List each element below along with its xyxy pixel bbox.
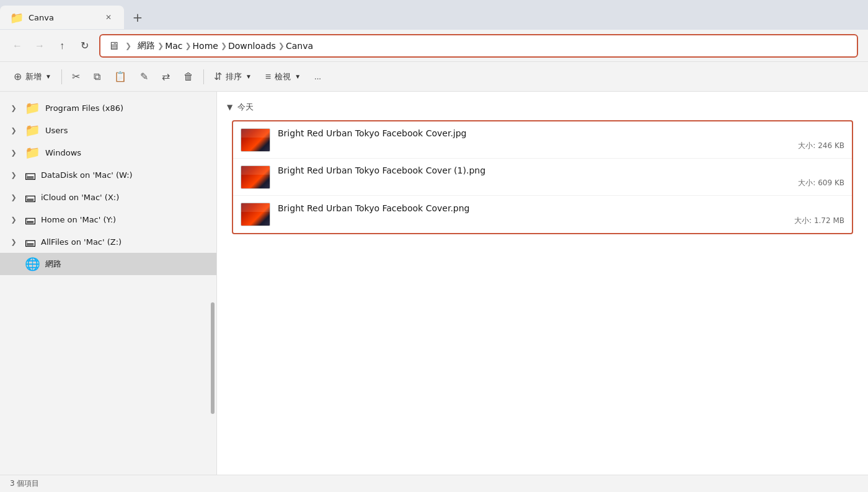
address-box[interactable]: 🖥 ❯ 網路 ❯ Mac ❯ Home ❯ Downloads ❯ Canva	[99, 34, 858, 58]
folder-icon-windows: 📁	[25, 145, 40, 160]
back-icon: ←	[12, 40, 22, 51]
thumb-image-1	[241, 165, 270, 189]
file-size-value-1: 609 KB	[818, 178, 844, 187]
file-name-2: Bright Red Urban Tokyo Facebook Cover.pn…	[278, 203, 844, 213]
breadcrumb-sep-3: ❯	[278, 42, 285, 50]
folder-icon-users: 📁	[25, 123, 40, 138]
breadcrumb-mac[interactable]: Mac ❯	[165, 41, 191, 51]
content-area: ▼ 今天 Bright Red Urban Tokyo Facebook Cov…	[217, 92, 868, 475]
tab-bar: 📁 Canva ✕ +	[0, 0, 868, 30]
expand-icon-home-mac: ❯	[7, 213, 20, 226]
breadcrumb-sep-1: ❯	[185, 42, 191, 50]
sort-chevron-icon: ▼	[246, 73, 252, 80]
sidebar-item-home-mac[interactable]: ❯ 🖴 Home on 'Mac' (Y:)	[0, 208, 216, 231]
cut-button[interactable]: ✂	[66, 67, 86, 86]
sort-icon: ⇵	[214, 71, 222, 82]
file-thumb-2	[241, 202, 270, 227]
file-size-label-2: 大小:	[794, 216, 812, 225]
paste-button[interactable]: 📋	[108, 67, 133, 86]
address-expand-icon: ❯	[125, 42, 131, 50]
sidebar-item-users[interactable]: ❯ 📁 Users	[0, 119, 216, 141]
sidebar-item-network[interactable]: 🌐 網路	[0, 253, 216, 275]
sort-label: 排序	[226, 71, 242, 82]
monitor-icon: 🖥	[108, 39, 119, 52]
main-content: ❯ 📁 Program Files (x86) ❯ 📁 Users ❯ 📁 Wi…	[0, 92, 868, 475]
sidebar-item-datadisk[interactable]: ❯ 🖴 DataDisk on 'Mac' (W:)	[0, 164, 216, 186]
refresh-button[interactable]: ↻	[74, 36, 94, 56]
file-list-highlight: Bright Red Urban Tokyo Facebook Cover.jp…	[232, 120, 853, 234]
new-chevron-icon: ▼	[45, 73, 51, 80]
expand-icon-icloud: ❯	[7, 191, 20, 203]
breadcrumb-text-mac: Mac	[165, 41, 182, 51]
view-chevron-icon: ▼	[294, 73, 301, 80]
file-meta-2: 大小: 1.72 MB	[278, 216, 844, 226]
tab-close-button[interactable]: ✕	[103, 12, 114, 23]
share-icon: ⇄	[162, 71, 170, 82]
file-info-2: Bright Red Urban Tokyo Facebook Cover.pn…	[278, 203, 844, 226]
breadcrumb-text-downloads: Downloads	[228, 41, 276, 51]
delete-icon: 🗑	[184, 71, 193, 82]
breadcrumb-network[interactable]: 網路 ❯	[138, 40, 164, 51]
file-item-2[interactable]: Bright Red Urban Tokyo Facebook Cover.pn…	[233, 196, 852, 233]
sidebar-label-users: Users	[45, 126, 206, 135]
sidebar-item-allfiles[interactable]: ❯ 🖴 AllFiles on 'Mac' (Z:)	[0, 231, 216, 253]
cut-icon: ✂	[72, 71, 80, 82]
new-label: 新增	[25, 71, 42, 82]
section-today-header: ▼ 今天	[227, 99, 858, 115]
drive-icon-allfiles: 🖴	[25, 235, 36, 248]
tab-title: Canva	[29, 13, 98, 22]
breadcrumb-text-network: 網路	[138, 40, 155, 51]
section-chevron-icon: ▼	[227, 103, 232, 112]
tab-folder-icon: 📁	[10, 11, 24, 24]
file-info-1: Bright Red Urban Tokyo Facebook Cover (1…	[278, 165, 844, 188]
file-size-label-0: 大小:	[798, 141, 815, 150]
forward-icon: →	[35, 40, 45, 51]
tab-canva[interactable]: 📁 Canva ✕	[0, 6, 124, 29]
up-button[interactable]: ↑	[52, 36, 72, 56]
breadcrumb-canva[interactable]: Canva	[286, 41, 313, 51]
copy-icon: ⧉	[94, 71, 100, 82]
breadcrumb-text-home: Home	[193, 41, 218, 51]
status-bar: 3 個項目	[0, 475, 868, 492]
file-item-0[interactable]: Bright Red Urban Tokyo Facebook Cover.jp…	[233, 121, 852, 159]
expand-icon-program-files: ❯	[7, 102, 20, 114]
file-size-label-1: 大小:	[798, 178, 815, 187]
file-thumb-0	[241, 128, 270, 152]
sidebar-item-windows[interactable]: ❯ 📁 Windows	[0, 141, 216, 164]
view-label: 檢視	[275, 71, 291, 82]
new-icon: ⊕	[14, 71, 22, 82]
drive-icon-icloud: 🖴	[25, 191, 36, 204]
breadcrumb-sep-0: ❯	[157, 42, 164, 50]
sidebar-item-icloud[interactable]: ❯ 🖴 iCloud on 'Mac' (X:)	[0, 186, 216, 208]
view-button[interactable]: ≡ 檢視 ▼	[259, 68, 307, 86]
breadcrumb-container: 網路 ❯ Mac ❯ Home ❯ Downloads ❯ Canva	[138, 40, 849, 51]
breadcrumb-home[interactable]: Home ❯	[193, 41, 227, 51]
drive-icon-datadisk: 🖴	[25, 169, 36, 182]
file-name-0: Bright Red Urban Tokyo Facebook Cover.jp…	[278, 128, 844, 138]
back-button[interactable]: ←	[7, 36, 27, 56]
sort-button[interactable]: ⇵ 排序 ▼	[208, 67, 258, 86]
sidebar-scrollbar[interactable]	[211, 302, 215, 414]
new-button[interactable]: ⊕ 新增 ▼	[7, 67, 58, 86]
sidebar-label-windows: Windows	[45, 148, 206, 157]
file-info-0: Bright Red Urban Tokyo Facebook Cover.jp…	[278, 128, 844, 151]
file-size-value-0: 246 KB	[818, 141, 844, 150]
breadcrumb-downloads[interactable]: Downloads ❯	[228, 41, 285, 51]
folder-icon-program-files: 📁	[25, 100, 40, 115]
copy-button[interactable]: ⧉	[87, 68, 107, 86]
share-button[interactable]: ⇄	[156, 67, 176, 86]
breadcrumb-text-canva: Canva	[286, 41, 313, 51]
file-size-value-2: 1.72 MB	[814, 216, 844, 225]
more-button[interactable]: ...	[308, 68, 327, 85]
forward-button[interactable]: →	[30, 36, 50, 56]
expand-icon-allfiles: ❯	[7, 235, 20, 248]
refresh-icon: ↻	[81, 40, 89, 51]
status-text: 3 個項目	[10, 478, 39, 489]
rename-button[interactable]: ✎	[134, 67, 154, 86]
sidebar-label-datadisk: DataDisk on 'Mac' (W:)	[41, 170, 206, 180]
file-item-1[interactable]: Bright Red Urban Tokyo Facebook Cover (1…	[233, 159, 852, 196]
delete-button[interactable]: 🗑	[177, 68, 200, 86]
sidebar-item-program-files[interactable]: ❯ 📁 Program Files (x86)	[0, 97, 216, 119]
new-tab-button[interactable]: +	[126, 6, 149, 29]
sidebar-label-icloud: iCloud on 'Mac' (X:)	[41, 193, 206, 202]
